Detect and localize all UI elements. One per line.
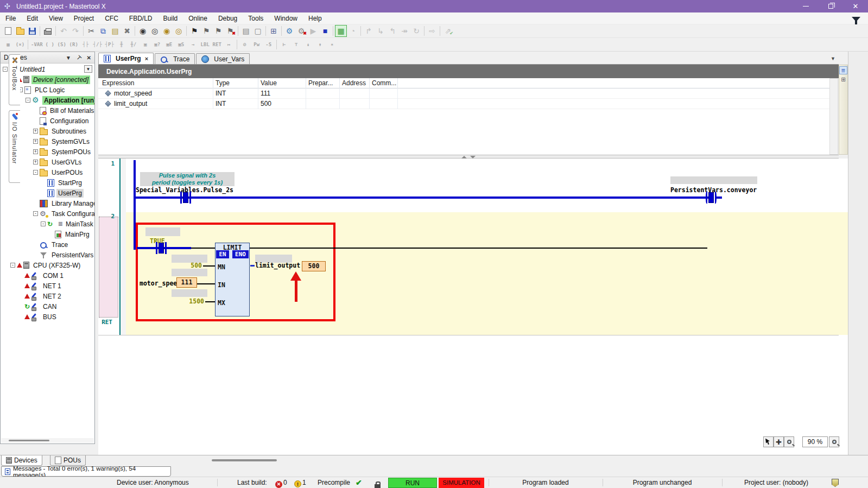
watch-column-address[interactable]: Address (340, 78, 370, 88)
watch-type-cell[interactable]: INT (213, 88, 258, 99)
start-button[interactable]: ▶ (307, 25, 319, 37)
ld-insert-assignment-button[interactable]: ↦ (223, 39, 235, 50)
menu-item-project[interactable]: Project (68, 13, 99, 24)
menu-item-tools[interactable]: Tools (243, 13, 269, 24)
cut-button[interactable]: ✂ (85, 25, 97, 37)
force-values-button[interactable]: ⇨ (426, 25, 438, 37)
watch-row-limit-output[interactable]: limit_outputINT500 (98, 99, 829, 109)
editor-splitter[interactable] (98, 155, 839, 159)
watch-empty-cell[interactable] (370, 99, 398, 109)
write-values-button[interactable]: ⇗✔ (442, 25, 454, 37)
build-button[interactable]: ⊞ (268, 25, 280, 37)
ld-insert-branch-button[interactable]: ⊢ (278, 39, 290, 50)
tree-item-library-manager[interactable]: Library Manager (1, 198, 94, 208)
next-bookmark-button[interactable]: ⚑ (212, 25, 224, 37)
ld-insert-negated-contact-button[interactable]: ┤/├ (92, 39, 104, 50)
tree-dropdown-button[interactable]: ▼ (84, 65, 92, 73)
tree-item-can[interactable]: ↻CAN (1, 301, 94, 312)
watch-column-prepar[interactable]: Prepar... (306, 78, 340, 88)
simulation-mode-button[interactable]: ▦ (335, 25, 347, 37)
messages-bar[interactable]: Messages - Total 0 error(s), 1 warning(s… (1, 466, 171, 477)
watch-expression-cell[interactable]: motor_speed (98, 88, 213, 99)
network-1-output-comment[interactable] (670, 176, 757, 184)
clear-bookmarks-button[interactable]: ⚑✖ (224, 25, 236, 37)
ld-insert-branch-above-button[interactable]: ⊤ (290, 39, 302, 50)
ld-insert-var-declaration-button[interactable]: -VAR (30, 39, 44, 50)
tree-item-net-1[interactable]: NET 1 (1, 281, 94, 291)
new-project-button[interactable] (2, 25, 14, 37)
panel-menu-icon[interactable]: ▼ (66, 55, 71, 61)
ld-insert-reset-coil-button[interactable]: (R) (68, 39, 80, 50)
replace-next-button[interactable]: ◎ (173, 25, 185, 37)
tree-expander[interactable]: + (33, 129, 38, 134)
ld-move-network-down-button[interactable]: ↡ (302, 39, 314, 50)
tab-user-vars[interactable]: User_Vars (196, 53, 250, 64)
shield-icon[interactable] (832, 479, 839, 487)
bottom-tab-pous[interactable]: POUs (50, 455, 86, 466)
mx-comment[interactable] (172, 289, 207, 297)
tree-item-userprg[interactable]: UserPrg (1, 188, 94, 198)
open-project-button[interactable] (14, 25, 26, 37)
menu-item-debug[interactable]: Debug (213, 13, 243, 24)
ld-insert-box-with-en-button[interactable]: ▣S (175, 39, 187, 50)
tree-expander[interactable]: - (10, 263, 15, 268)
login-button[interactable]: ⚙ (283, 25, 295, 37)
pan-tool-button[interactable]: ✚ (774, 436, 784, 447)
previous-bookmark-button[interactable]: ⚑ (200, 25, 212, 37)
step-out-button[interactable]: ↰ (387, 25, 398, 37)
menu-item-file[interactable]: File (0, 13, 21, 24)
tab-list-dropdown-icon[interactable]: ▼ (831, 56, 835, 61)
watch-type-cell[interactable]: INT (213, 99, 258, 109)
ld-insert-network-button[interactable]: ▦ (2, 39, 14, 50)
declaration-view-button[interactable]: ≣ (839, 66, 847, 74)
edit-object-button[interactable]: ▤ (240, 25, 252, 37)
reset-warm-button[interactable]: ↻ (410, 25, 422, 37)
toolbox-tab[interactable]: ToolBox (9, 54, 20, 105)
tree-expander[interactable]: + (33, 149, 38, 154)
in-operand-label[interactable]: motor_speed (140, 280, 181, 287)
network-2-number[interactable]: 2 (98, 213, 115, 220)
devices-horizontal-scrollbar[interactable] (1, 438, 94, 443)
select-tool-button[interactable] (763, 436, 774, 447)
new-pou-button[interactable]: ▢ (252, 25, 264, 37)
tree-expander[interactable]: + (33, 160, 38, 164)
undo-button[interactable]: ↶ (58, 25, 69, 37)
ld-negate-button[interactable]: ⊘ (239, 39, 251, 50)
tree-expander[interactable]: - (33, 170, 38, 175)
menu-item-cfc[interactable]: CFC (99, 13, 124, 24)
tab-close-icon[interactable]: × (145, 55, 148, 62)
menu-item-view[interactable]: View (43, 13, 68, 24)
mn-value-literal[interactable]: 500 (185, 262, 202, 269)
watch-column-value[interactable]: Value (258, 78, 306, 88)
contact-pulse-2s[interactable] (180, 192, 191, 204)
network-1-number[interactable]: 1 (98, 160, 115, 167)
ld-insert-set-coil-button[interactable]: (S) (56, 39, 68, 50)
redo-button[interactable]: ↷ (69, 25, 81, 37)
paste-button[interactable]: ▤ (109, 25, 121, 37)
limit-function-block[interactable]: LIMIT EN ENO MN IN MX (215, 243, 250, 316)
tree-item-bus[interactable]: BUS (1, 312, 94, 322)
watch-expression-cell[interactable]: limit_output (98, 99, 213, 109)
network-2-margin-selection[interactable] (99, 217, 118, 318)
zoom-tool-button[interactable] (784, 436, 794, 447)
menu-item-window[interactable]: Window (269, 13, 303, 24)
ld-update-parameters-button[interactable]: ✶ (326, 39, 338, 50)
runtime-clock-button[interactable]: ◔ (347, 25, 359, 37)
search-button[interactable]: ◉ (137, 25, 149, 37)
watch-empty-cell[interactable] (306, 99, 340, 109)
step-over-button[interactable]: ↱ (363, 25, 375, 37)
menu-item-help[interactable]: Help (303, 13, 327, 24)
ld-set-reset-button[interactable]: -S (263, 39, 275, 50)
io-simulator-tab[interactable]: I/O Simulator (9, 110, 20, 183)
step-into-button[interactable]: ↳ (375, 25, 387, 37)
coil-conveyor[interactable] (706, 192, 717, 204)
watch-column-expression[interactable]: Expression (98, 78, 213, 88)
search-next-button[interactable]: ◎ (149, 25, 161, 37)
filter-icon[interactable] (852, 17, 860, 22)
copy-button[interactable]: ⧉ (97, 25, 109, 37)
in-value-box[interactable]: 111 (176, 277, 197, 288)
watch-row-motor-speed[interactable]: motor_speedINT111 (98, 88, 829, 99)
close-button[interactable]: ✕ (843, 0, 868, 12)
pin-icon[interactable]: ⊤ (75, 54, 83, 61)
watch-empty-cell[interactable] (370, 88, 398, 99)
